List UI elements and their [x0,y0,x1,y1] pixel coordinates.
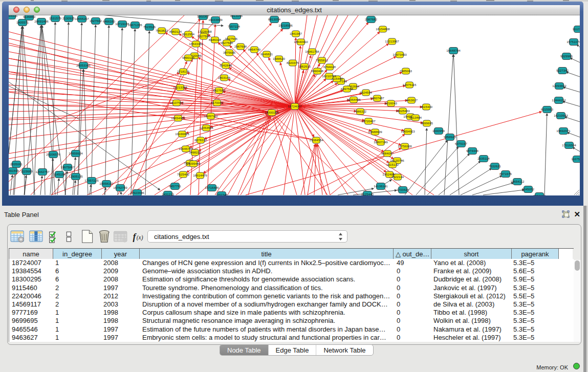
svg-text:19975867: 19975867 [60,165,75,169]
svg-text:17957225: 17957225 [84,179,99,182]
svg-text:2087682: 2087682 [365,17,378,21]
svg-text:3624554: 3624554 [360,91,373,94]
svg-text:9358923: 9358923 [444,135,456,139]
svg-text:20206578: 20206578 [46,152,60,156]
svg-text:1841967: 1841967 [290,32,302,35]
svg-text:2803144: 2803144 [218,76,231,79]
svg-text:7632621: 7632621 [489,164,502,168]
svg-text:20691406: 20691406 [34,19,49,23]
svg-text:9146821: 9146821 [260,52,273,56]
svg-text:14099489: 14099489 [186,162,201,165]
svg-text:12975115: 12975115 [402,83,417,86]
svg-text:8678332: 8678332 [194,138,207,142]
svg-text:7663822: 7663822 [156,29,168,32]
svg-text:9515440: 9515440 [420,105,433,108]
svg-text:14136141: 14136141 [374,184,388,188]
svg-text:9084067: 9084067 [381,151,394,155]
svg-text:15751074: 15751074 [567,40,580,43]
svg-text:6794028: 6794028 [323,65,336,69]
svg-text:12923446: 12923446 [130,191,144,194]
svg-text:7357224: 7357224 [228,25,241,28]
svg-text:9329966: 9329966 [560,54,573,58]
svg-text:6466160: 6466160 [103,19,116,23]
svg-text:8427552: 8427552 [213,89,226,92]
svg-text:19654985: 19654985 [171,116,185,120]
svg-text:1202346: 1202346 [215,193,228,195]
svg-text:17859924: 17859924 [69,151,83,155]
svg-text:10025433: 10025433 [396,109,410,113]
svg-text:2130925: 2130925 [62,16,75,20]
svg-text:1588520: 1588520 [273,57,286,60]
svg-text:12905135: 12905135 [69,174,83,178]
svg-text:9136860: 9136860 [23,15,36,18]
svg-text:7955812: 7955812 [316,58,329,62]
svg-text:8220375: 8220375 [287,61,299,64]
svg-text:3391594: 3391594 [9,169,19,172]
svg-text:9252117: 9252117 [533,194,546,195]
svg-text:16961758: 16961758 [305,50,319,53]
svg-text:12213967: 12213967 [385,39,399,43]
svg-text:1615132: 1615132 [386,163,399,166]
svg-text:1145154: 1145154 [53,172,66,176]
svg-text:9527506: 9527506 [198,34,210,38]
svg-text:2835061: 2835061 [10,162,23,166]
svg-text:10756928: 10756928 [398,144,412,148]
svg-text:16210724: 16210724 [322,74,336,78]
svg-text:9890124: 9890124 [182,56,195,59]
svg-text:10719155: 10719155 [115,22,129,26]
svg-text:2967608: 2967608 [234,45,247,48]
svg-text:1640954: 1640954 [432,129,445,133]
svg-text:19166825: 19166825 [175,132,189,136]
svg-text:10807487: 10807487 [370,96,384,100]
svg-text:18724007: 18724007 [288,104,302,108]
svg-text:7625402: 7625402 [177,172,190,176]
svg-text:9474444: 9474444 [466,149,479,152]
svg-text:3875685: 3875685 [223,51,236,54]
svg-text:13226058: 13226058 [198,30,212,33]
svg-text:6379197: 6379197 [455,142,468,145]
svg-text:6216043: 6216043 [385,101,398,105]
svg-text:18300295: 18300295 [265,111,279,114]
svg-text:1002307: 1002307 [197,15,210,18]
svg-text:20364436: 20364436 [346,98,361,101]
svg-text:19218506: 19218506 [278,24,293,27]
svg-text:3498222: 3498222 [189,150,202,154]
svg-text:12353594: 12353594 [199,126,213,129]
svg-text:19654923: 19654923 [401,129,415,133]
svg-text:1405571: 1405571 [16,20,29,24]
svg-text:16671355: 16671355 [128,23,142,27]
svg-text:9242848: 9242848 [220,63,232,67]
svg-text:7485063: 7485063 [400,69,412,73]
svg-text:10973493: 10973493 [393,53,407,56]
svg-text:9463627: 9463627 [405,98,418,102]
svg-text:1733426: 1733426 [397,188,409,191]
svg-text:9245052: 9245052 [522,187,535,191]
svg-text:18807249: 18807249 [374,140,388,144]
svg-text:10654112: 10654112 [510,180,525,183]
svg-text:8813054: 8813054 [268,17,281,21]
svg-text:8215953: 8215953 [541,107,554,111]
svg-text:8960124: 8960124 [169,30,182,33]
svg-text:8186328: 8186328 [209,38,222,41]
svg-text:8990448: 8990448 [311,69,324,73]
svg-text:16107554: 16107554 [169,101,184,104]
svg-text:1431213: 1431213 [162,192,175,195]
svg-text:8813044: 8813044 [230,15,243,17]
svg-text:10046786: 10046786 [179,147,193,150]
svg-text:7986322: 7986322 [354,110,367,113]
svg-text:(x): (x) [137,234,143,241]
svg-text:10655267: 10655267 [75,17,89,20]
svg-text:8454749: 8454749 [248,48,261,51]
svg-text:19692971: 19692971 [556,129,571,133]
svg-text:12444152: 12444152 [552,98,566,102]
svg-text:17016504: 17016504 [562,143,576,147]
svg-text:16782759: 16782759 [113,186,127,189]
svg-text:7515526: 7515526 [143,25,156,29]
svg-text:16033809: 16033809 [208,18,223,21]
svg-text:1112763: 1112763 [572,27,580,31]
svg-text:12213369: 12213369 [173,85,187,89]
svg-text:9457791: 9457791 [169,184,182,188]
svg-text:10958107: 10958107 [99,182,114,185]
svg-text:16154808: 16154808 [376,27,390,31]
svg-text:9227342: 9227342 [556,69,569,72]
